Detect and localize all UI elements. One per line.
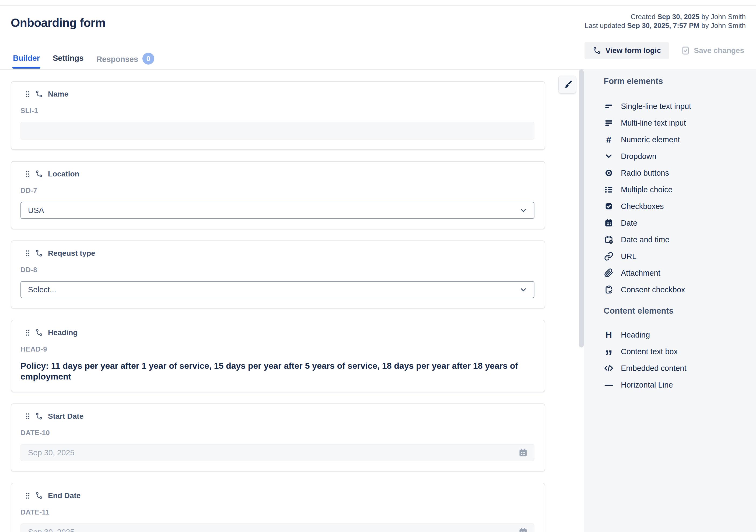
field-card-end-date[interactable]: End Date DATE-11 Sep 30, 2025 (11, 483, 545, 532)
calendar-icon (518, 527, 528, 532)
field-code: DD-8 (20, 266, 534, 274)
field-label: Heading (48, 328, 77, 337)
content-elements-title: Content elements (604, 306, 751, 316)
field-code: SLI-1 (20, 107, 534, 115)
form-elements-title: Form elements (604, 76, 751, 86)
branch-icon (35, 492, 43, 500)
sidebar-item-multiple-choice[interactable]: Multiple choice (604, 181, 751, 198)
calendar-icon (604, 218, 614, 228)
sidebar-item-single-line-text-input[interactable]: Single-line text input (604, 98, 751, 114)
sidebar-item-horizontal-line[interactable]: — Horizontal Line (604, 376, 751, 393)
sidebar-item-radio-buttons[interactable]: Radio buttons (604, 165, 751, 181)
chevron-down-icon (604, 151, 614, 161)
single-line-text-input[interactable] (20, 122, 534, 139)
field-label: Location (48, 170, 79, 178)
tab-bar: Builder Settings Responses 0 (13, 54, 154, 69)
single-line-icon (604, 101, 614, 111)
sidebar-item-url[interactable]: URL (604, 248, 751, 265)
field-card-heading[interactable]: Heading HEAD-9 Policy: 11 days per year … (11, 320, 545, 392)
tab-settings[interactable]: Settings (53, 54, 83, 67)
form-meta: Created Sep 30, 2025 by John Smith Last … (585, 13, 746, 30)
field-code: DATE-11 (20, 508, 534, 517)
calendar-plus-icon (604, 235, 614, 245)
heading-icon: H (604, 330, 614, 340)
responses-count-badge: 0 (143, 53, 154, 64)
radio-icon (604, 168, 614, 178)
sidebar-item-embedded-content[interactable]: Embedded content (604, 360, 751, 376)
field-card-start-date[interactable]: Start Date DATE-10 Sep 30, 2025 (11, 403, 545, 471)
sidebar-item-date[interactable]: Date (604, 215, 751, 231)
location-select[interactable]: USA (20, 202, 534, 219)
drag-handle-icon[interactable] (25, 170, 30, 178)
date-placeholder: Sep 30, 2025 (28, 528, 74, 532)
heading-text: Policy: 11 days per year after 1 year of… (20, 360, 534, 382)
link-icon (604, 251, 614, 262)
calendar-icon (518, 448, 528, 458)
branch-icon (35, 170, 43, 178)
code-icon (604, 363, 614, 373)
view-form-logic-button[interactable]: View form logic (584, 42, 669, 59)
top-divider (0, 5, 756, 6)
branch-icon (35, 329, 43, 337)
page-title: Onboarding form (11, 16, 106, 30)
canvas-scrollbar-thumb[interactable] (579, 69, 584, 347)
save-changes-button[interactable]: Save changes (679, 46, 746, 55)
field-label: Reqeust type (48, 249, 95, 258)
quote-icon: ” (604, 346, 614, 357)
drag-handle-icon[interactable] (25, 329, 30, 336)
sidebar-item-checkboxes[interactable]: Checkboxes (604, 198, 751, 215)
card-header: Reqeust type (25, 249, 534, 258)
tab-builder[interactable]: Builder (13, 54, 40, 67)
field-card-request-type[interactable]: Reqeust type DD-8 Select... (11, 241, 545, 309)
sidebar-item-date-and-time[interactable]: Date and time (604, 231, 751, 248)
header-actions: View form logic Save changes (584, 42, 746, 59)
drag-handle-icon[interactable] (25, 250, 30, 257)
drag-handle-icon[interactable] (25, 90, 30, 98)
card-header: Name (25, 90, 534, 98)
drag-handle-icon[interactable] (25, 492, 30, 499)
select-placeholder: Select... (28, 285, 56, 294)
card-header: End Date (25, 492, 534, 500)
elements-sidebar: Form elements Single-line text input Mul… (584, 69, 756, 532)
sidebar-item-heading[interactable]: H Heading (604, 326, 751, 343)
field-card-location[interactable]: Location DD-7 USA (11, 161, 545, 229)
form-builder-page: Onboarding form Created Sep 30, 2025 by … (0, 0, 756, 532)
card-header: Start Date (25, 412, 534, 421)
sidebar-item-attachment[interactable]: Attachment (604, 265, 751, 281)
field-label: Name (48, 90, 68, 98)
sidebar-item-consent-checkbox[interactable]: Consent checkbox (604, 281, 751, 298)
document-check-icon (681, 46, 690, 55)
sidebar-item-numeric-element[interactable]: # Numeric element (604, 131, 751, 148)
branch-icon (593, 46, 601, 55)
paperclip-icon (604, 268, 614, 278)
active-tab-underline (13, 67, 40, 68)
sidebar-item-multi-line-text-input[interactable]: Multi-line text input (604, 114, 751, 131)
branch-icon (35, 412, 43, 420)
style-brush-button[interactable] (558, 76, 576, 93)
card-header: Heading (25, 328, 534, 337)
field-code: DD-7 (20, 187, 534, 195)
paintbrush-icon (562, 79, 572, 89)
form-canvas: Name SLI-1 Location DD-7 USA (11, 81, 545, 532)
chevron-down-icon (519, 206, 527, 215)
end-date-input[interactable]: Sep 30, 2025 (20, 523, 534, 532)
date-placeholder: Sep 30, 2025 (28, 448, 74, 457)
card-header: Location (25, 170, 534, 178)
branch-icon (35, 90, 43, 98)
field-card-name[interactable]: Name SLI-1 (11, 81, 545, 150)
select-value: USA (28, 206, 44, 215)
clipboard-check-icon (604, 285, 614, 295)
sidebar-item-content-text-box[interactable]: ” Content text box (604, 343, 751, 360)
created-line: Created Sep 30, 2025 by John Smith (585, 13, 746, 21)
drag-handle-icon[interactable] (25, 413, 30, 420)
checkbox-icon (604, 201, 614, 212)
horizontal-line-icon: — (604, 380, 614, 390)
tab-responses[interactable]: Responses 0 (96, 54, 154, 69)
field-label: End Date (48, 492, 80, 500)
sidebar-item-dropdown[interactable]: Dropdown (604, 148, 751, 165)
field-code: HEAD-9 (20, 345, 534, 353)
branch-icon (35, 249, 43, 257)
numeric-icon: # (604, 135, 614, 145)
start-date-input[interactable]: Sep 30, 2025 (20, 444, 534, 461)
request-type-select[interactable]: Select... (20, 281, 534, 298)
